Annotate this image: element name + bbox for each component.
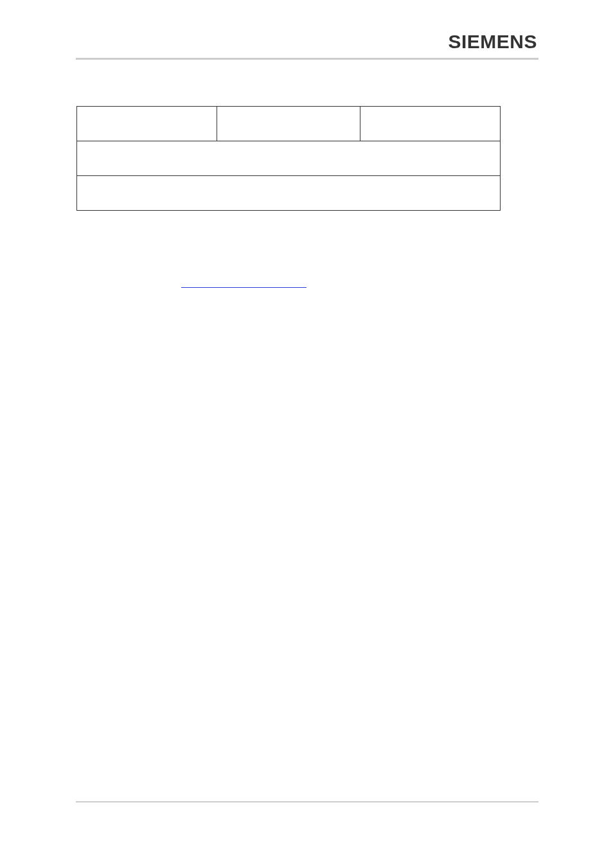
table-row	[77, 176, 501, 211]
table-row	[77, 107, 501, 141]
table-cell	[77, 176, 501, 211]
table-cell	[217, 107, 360, 141]
footer-rule	[76, 801, 538, 802]
data-table	[76, 106, 501, 211]
table-row	[77, 141, 501, 176]
table-cell	[77, 107, 217, 141]
table-cell	[77, 141, 501, 176]
page-root: SIEMENS	[0, 0, 613, 868]
brand-logo: SIEMENS	[448, 31, 537, 53]
hyperlink-underline[interactable]	[181, 287, 306, 288]
header-rule	[76, 58, 538, 60]
table-cell	[360, 107, 501, 141]
